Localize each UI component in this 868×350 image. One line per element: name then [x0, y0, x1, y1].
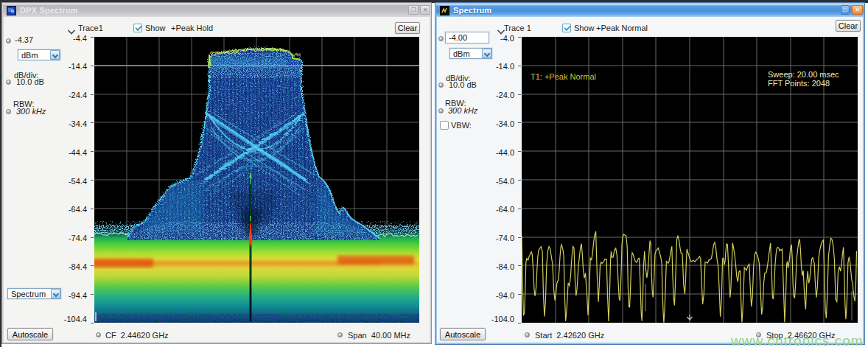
svg-text:Sweep: 20.00 msec: Sweep: 20.00 msec: [768, 70, 839, 79]
svg-text:T1: +Peak Normal: T1: +Peak Normal: [531, 72, 596, 81]
svg-text:FFT Points: 2048: FFT Points: 2048: [768, 79, 830, 88]
